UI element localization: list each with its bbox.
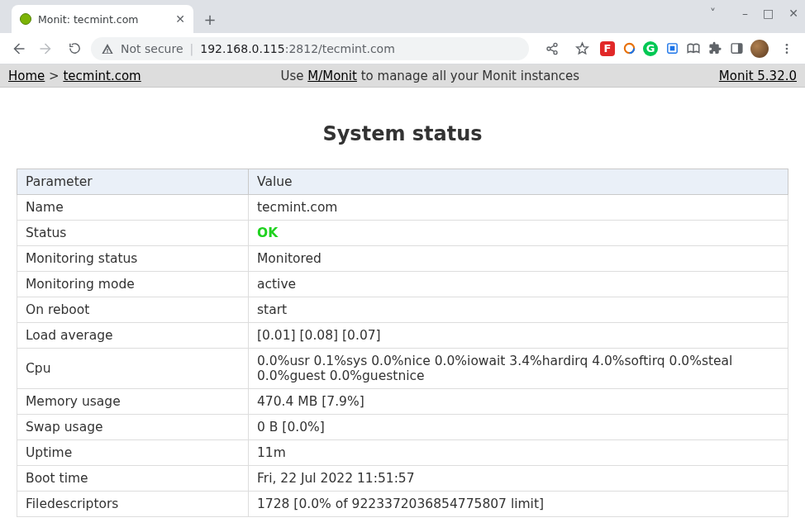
window-close-button[interactable]: ✕ [788,7,798,20]
table-row: On rebootstart [17,297,788,323]
breadcrumb-home-link[interactable]: Home [8,69,45,83]
page-content: System status Parameter Value Nametecmin… [0,88,805,532]
extension-green-icon[interactable]: G [643,41,658,56]
page-title: System status [17,122,788,145]
monit-promo: Use M/Monit to manage all your Monit ins… [141,69,719,83]
cell-parameter: Memory usage [17,389,249,415]
cell-value: 0.0%usr 0.1%sys 0.0%nice 0.0%iowait 3.4%… [249,349,788,389]
cell-value: start [249,297,788,323]
star-icon [575,41,589,55]
table-row: Monitoring modeactive [17,272,788,297]
extension-flipboard-icon[interactable]: F [600,41,615,56]
back-button[interactable] [7,37,30,60]
table-header-row: Parameter Value [17,169,788,195]
cell-parameter: Monitoring mode [17,272,249,297]
security-label: Not secure [121,42,183,55]
cell-parameter: On reboot [17,297,249,323]
reload-icon [68,41,82,55]
extension-blue-icon[interactable] [664,41,679,56]
browser-toolbar: Not secure | 192.168.0.115:2812/tecmint.… [0,33,805,64]
svg-point-8 [786,51,788,54]
table-row: Load average[0.01] [0.08] [0.07] [17,323,788,349]
table-row: Monitoring statusMonitored [17,246,788,272]
cell-parameter: Cpu [17,349,249,389]
col-value: Value [249,169,788,195]
tab-strip: Monit: tecmint.com ✕ + ˅ – □ ✕ [0,0,805,33]
table-row: Memory usage470.4 MB [7.9%] [17,389,788,415]
breadcrumb-sep: > [45,69,63,83]
cell-parameter: Uptime [17,440,249,466]
table-row: Filedescriptors1728 [0.0% of 92233720368… [17,492,788,517]
mmonit-link[interactable]: M/Monit [307,69,357,83]
cell-value: OK [249,221,788,246]
monit-top-bar: Home > tecmint.com Use M/Monit to manage… [0,64,805,88]
cell-value: tecmint.com [249,195,788,221]
new-tab-button[interactable]: + [198,7,221,31]
monit-version-link[interactable]: Monit 5.32.0 [719,69,797,83]
table-row: Cpu0.0%usr 0.1%sys 0.0%nice 0.0%iowait 3… [17,349,788,389]
monit-version: Monit 5.32.0 [719,69,797,83]
cell-parameter: Name [17,195,249,221]
extension-circle-icon[interactable] [622,41,636,56]
window-controls: ˅ – □ ✕ [710,7,798,20]
breadcrumb-host-link[interactable]: tecmint.com [63,69,141,83]
promo-post: to manage all your Monit instances [357,69,579,83]
table-row: Nametecmint.com [17,195,788,221]
cell-parameter: Swap usage [17,415,249,440]
breadcrumb: Home > tecmint.com [8,69,141,83]
table-row: Swap usage0 B [0.0%] [17,415,788,440]
svg-point-7 [786,47,788,50]
url-host: 192.168.0.115 [200,42,284,55]
cell-parameter: Status [17,221,249,246]
promo-pre: Use [280,69,307,83]
share-button[interactable] [541,37,564,60]
side-panel-button[interactable] [729,41,744,56]
tab-overflow-icon[interactable]: ˅ [710,7,716,20]
tab-title: Monit: tecmint.com [38,13,169,26]
arrow-left-icon [11,41,26,56]
svg-rect-3 [669,46,674,51]
tab-close-icon[interactable]: ✕ [175,13,185,25]
table-row: Boot timeFri, 22 Jul 2022 11:51:57 [17,466,788,492]
status-table: Parameter Value Nametecmint.comStatusOKM… [17,169,788,517]
reload-button[interactable] [63,37,86,60]
kebab-icon [780,42,793,55]
svg-rect-5 [737,44,741,53]
cell-value: [0.01] [0.08] [0.07] [249,323,788,349]
arrow-right-icon [39,41,54,56]
cell-parameter: Filedescriptors [17,492,249,517]
browser-tab[interactable]: Monit: tecmint.com ✕ [12,5,193,33]
window-minimize-button[interactable]: – [742,7,748,20]
cell-value: Fri, 22 Jul 2022 11:51:57 [249,466,788,492]
address-bar[interactable]: Not secure | 192.168.0.115:2812/tecmint.… [91,37,529,60]
page-scroll[interactable]: Home > tecmint.com Use M/Monit to manage… [0,64,805,532]
browser-menu-button[interactable] [775,37,798,60]
svg-point-6 [786,44,788,46]
table-row: StatusOK [17,221,788,246]
share-icon [545,42,559,55]
omnibox-separator: | [190,42,194,55]
cell-parameter: Boot time [17,466,249,492]
cell-value: 0 B [0.0%] [249,415,788,440]
forward-button[interactable] [35,37,58,60]
cell-value: 470.4 MB [7.9%] [249,389,788,415]
cell-value: Monitored [249,246,788,272]
extension-reader-icon[interactable] [686,41,701,56]
status-ok: OK [257,226,278,240]
url-path: :2812/tecmint.com [285,42,395,55]
toolbar-actions: F G [541,37,798,60]
cell-value: 1728 [0.0% of 9223372036854775807 limit] [249,492,788,517]
cell-value: active [249,272,788,297]
window-maximize-button[interactable]: □ [763,7,774,20]
viewport: Home > tecmint.com Use M/Monit to manage… [0,64,805,532]
url-text: 192.168.0.115:2812/tecmint.com [200,42,395,55]
cell-parameter: Monitoring status [17,246,249,272]
col-parameter: Parameter [17,169,249,195]
bookmark-button[interactable] [570,37,593,60]
table-row: Uptime11m [17,440,788,466]
profile-avatar[interactable] [750,40,769,58]
favicon-icon [20,13,31,25]
cell-parameter: Load average [17,323,249,349]
extensions-button[interactable] [707,41,722,56]
warning-triangle-icon [101,42,114,55]
